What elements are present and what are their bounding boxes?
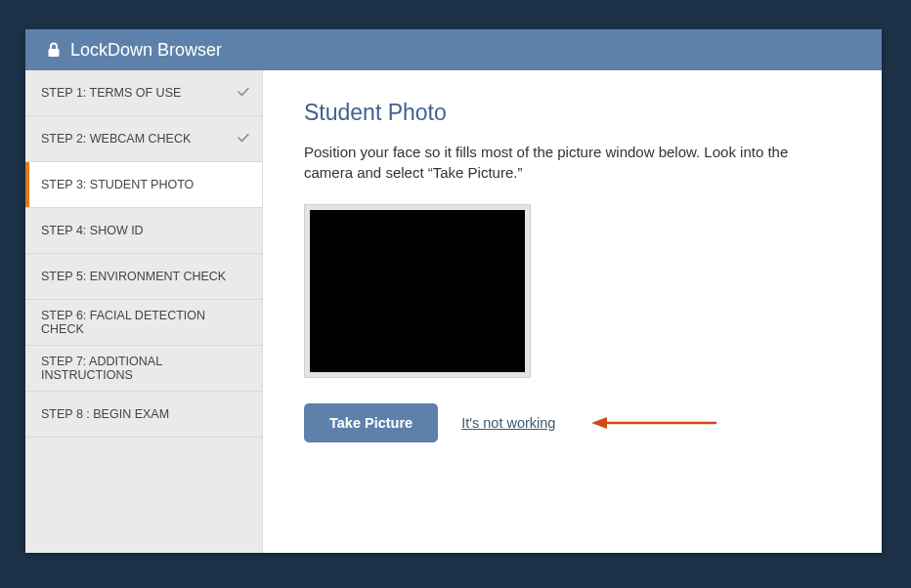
sidebar-item-label: STEP 6: FACIAL DETECTION CHECK xyxy=(41,309,250,336)
sidebar: STEP 1: TERMS OF USE STEP 2: WEBCAM CHEC… xyxy=(25,70,263,553)
sidebar-item-step-5[interactable]: STEP 5: ENVIRONMENT CHECK xyxy=(25,254,262,300)
lock-icon xyxy=(47,42,61,58)
sidebar-item-step-7[interactable]: STEP 7: ADDITIONAL INSTRUCTIONS xyxy=(25,346,262,392)
page-title: Student Photo xyxy=(304,100,841,126)
sidebar-item-step-1[interactable]: STEP 1: TERMS OF USE xyxy=(25,70,262,116)
app-window: LockDown Browser STEP 1: TERMS OF USE ST… xyxy=(25,29,882,553)
camera-feed xyxy=(310,210,525,372)
app-title: LockDown Browser xyxy=(70,40,222,61)
check-icon xyxy=(237,131,250,147)
svg-marker-2 xyxy=(591,417,607,429)
take-picture-button[interactable]: Take Picture xyxy=(304,403,438,442)
camera-frame xyxy=(304,204,531,378)
sidebar-item-label: STEP 4: SHOW ID xyxy=(41,224,144,237)
titlebar: LockDown Browser xyxy=(25,29,882,70)
sidebar-item-step-3[interactable]: STEP 3: STUDENT PHOTO xyxy=(25,162,262,208)
sidebar-item-step-4[interactable]: STEP 4: SHOW ID xyxy=(25,208,262,254)
sidebar-item-step-2[interactable]: STEP 2: WEBCAM CHECK xyxy=(25,116,262,162)
action-row: Take Picture It's not working xyxy=(304,403,841,442)
sidebar-item-label: STEP 1: TERMS OF USE xyxy=(41,86,181,100)
check-icon xyxy=(237,85,250,102)
content-area: STEP 1: TERMS OF USE STEP 2: WEBCAM CHEC… xyxy=(25,70,882,553)
sidebar-item-label: STEP 3: STUDENT PHOTO xyxy=(41,178,194,191)
not-working-link[interactable]: It's not working xyxy=(461,415,555,431)
sidebar-item-label: STEP 7: ADDITIONAL INSTRUCTIONS xyxy=(41,355,250,382)
sidebar-item-label: STEP 8 : BEGIN EXAM xyxy=(41,407,169,421)
instructions-text: Position your face so it fills most of t… xyxy=(304,142,793,183)
sidebar-item-label: STEP 2: WEBCAM CHECK xyxy=(41,132,191,146)
main-content: Student Photo Position your face so it f… xyxy=(263,70,882,553)
sidebar-item-step-8[interactable]: STEP 8 : BEGIN EXAM xyxy=(25,392,262,438)
sidebar-item-label: STEP 5: ENVIRONMENT CHECK xyxy=(41,270,226,283)
sidebar-item-step-6[interactable]: STEP 6: FACIAL DETECTION CHECK xyxy=(25,300,262,346)
svg-rect-0 xyxy=(49,49,60,57)
annotation-arrow-icon xyxy=(591,415,718,431)
